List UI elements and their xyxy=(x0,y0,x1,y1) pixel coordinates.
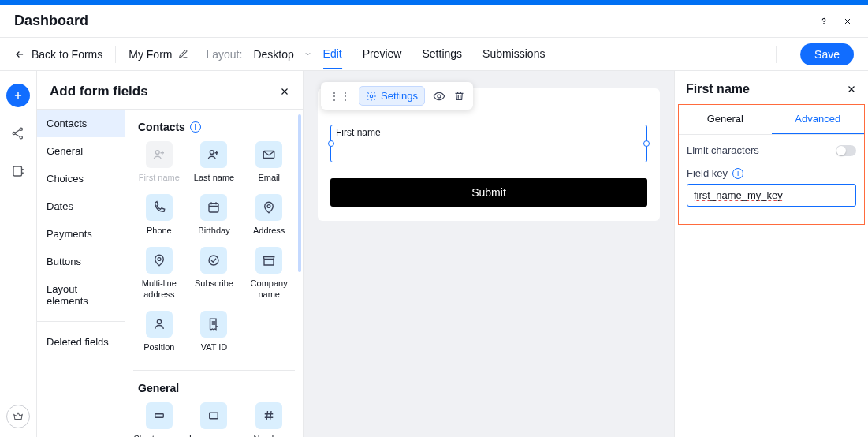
field-email[interactable]: Email xyxy=(243,141,295,183)
svg-point-5 xyxy=(155,151,159,155)
form-field-firstname[interactable]: First name xyxy=(330,125,647,162)
field-multiline-address[interactable]: Multi-line address xyxy=(133,247,185,299)
person-plus-icon xyxy=(146,141,173,168)
field-first-name: First name xyxy=(133,141,185,183)
category-choices[interactable]: Choices xyxy=(37,165,125,192)
field-birthday[interactable]: Birthday xyxy=(188,194,240,236)
field-label: Company name xyxy=(243,278,295,299)
field-short-answer[interactable]: Short answer xyxy=(133,402,185,437)
layout-value[interactable]: Desktop xyxy=(253,48,293,61)
field-label: Birthday xyxy=(198,226,229,236)
phone-icon xyxy=(146,194,173,221)
limit-characters-label: Limit characters xyxy=(687,144,759,156)
fieldkey-input[interactable] xyxy=(687,184,856,207)
field-long-answer[interactable]: Long answer xyxy=(188,402,240,437)
back-to-forms[interactable]: Back to Forms xyxy=(14,48,102,61)
svg-point-2 xyxy=(13,132,15,134)
fieldkey-label: Field key xyxy=(687,167,728,179)
field-label: Subscribe xyxy=(195,278,233,289)
form-name: My Form xyxy=(129,48,172,61)
svg-rect-14 xyxy=(210,413,218,419)
field-last-name[interactable]: Last name xyxy=(188,141,240,183)
field-label: Last name xyxy=(194,173,234,183)
resize-handle-right[interactable] xyxy=(643,140,650,147)
add-element-button[interactable] xyxy=(6,84,30,107)
side-rail xyxy=(0,71,36,437)
field-vatid[interactable]: VAT ID xyxy=(188,311,240,353)
chevron-down-icon[interactable] xyxy=(304,50,312,58)
person-plus-icon xyxy=(200,141,227,168)
resize-handle-left[interactable] xyxy=(328,140,334,147)
svg-rect-4 xyxy=(13,166,22,176)
person-icon xyxy=(146,311,173,338)
back-label: Back to Forms xyxy=(32,48,102,61)
connections-icon[interactable] xyxy=(6,121,30,145)
tab-preview[interactable]: Preview xyxy=(363,39,402,69)
field-settings-button[interactable]: Settings xyxy=(359,86,425,106)
page-title: Dashboard xyxy=(14,13,88,29)
field-address[interactable]: Address xyxy=(243,194,295,236)
category-payments[interactable]: Payments xyxy=(37,220,125,248)
save-button[interactable]: Save xyxy=(800,43,854,65)
field-subscribe[interactable]: Subscribe xyxy=(188,247,240,299)
tab-advanced[interactable]: Advanced xyxy=(772,105,865,134)
category-list: Contacts General Choices Dates Payments … xyxy=(37,110,125,437)
field-label: Email xyxy=(258,173,280,183)
svg-point-6 xyxy=(210,151,214,155)
hash-icon xyxy=(255,402,282,429)
svg-point-12 xyxy=(157,319,161,323)
long-text-icon xyxy=(200,402,227,429)
close-icon[interactable] xyxy=(841,15,854,28)
category-buttons[interactable]: Buttons xyxy=(37,248,125,275)
scrollbar[interactable] xyxy=(298,114,301,272)
field-label: Multi-line address xyxy=(133,278,185,299)
field-label: Long answer xyxy=(189,434,239,437)
info-icon[interactable]: i xyxy=(190,121,201,133)
help-icon[interactable] xyxy=(818,15,830,28)
automation-icon[interactable] xyxy=(6,159,30,183)
tab-general[interactable]: General xyxy=(679,105,772,134)
svg-point-9 xyxy=(267,205,270,208)
field-company[interactable]: Company name xyxy=(243,247,295,299)
svg-point-0 xyxy=(824,23,825,24)
check-circle-icon xyxy=(200,247,227,274)
field-toolbar: ⋮⋮ Settings xyxy=(321,82,473,110)
receipt-icon xyxy=(200,311,227,338)
field-label: Short answer xyxy=(133,434,184,437)
tab-edit[interactable]: Edit xyxy=(323,39,342,69)
pin-icon xyxy=(255,194,282,221)
field-label: Number xyxy=(254,434,285,437)
category-dates[interactable]: Dates xyxy=(37,192,125,220)
rename-icon[interactable] xyxy=(178,49,188,59)
calendar-icon xyxy=(200,194,227,221)
form-canvas: ⋮⋮ Settings First name Submit xyxy=(304,71,674,437)
limit-characters-toggle[interactable] xyxy=(836,145,856,156)
close-properties-icon[interactable] xyxy=(846,84,857,95)
close-panel-icon[interactable] xyxy=(279,86,290,97)
svg-point-3 xyxy=(20,136,22,139)
preview-icon[interactable] xyxy=(433,90,445,103)
settings-label: Settings xyxy=(381,90,418,102)
delete-icon[interactable] xyxy=(453,90,465,102)
field-label: Position xyxy=(143,342,174,353)
field-position[interactable]: Position xyxy=(133,311,185,353)
svg-point-11 xyxy=(209,256,218,265)
drag-handle-icon[interactable]: ⋮⋮ xyxy=(329,90,351,103)
envelope-icon xyxy=(255,141,282,168)
submit-button[interactable]: Submit xyxy=(330,178,647,207)
category-layout[interactable]: Layout elements xyxy=(37,275,125,315)
field-phone[interactable]: Phone xyxy=(133,194,185,236)
upgrade-icon[interactable] xyxy=(6,405,30,428)
field-label: VAT ID xyxy=(201,342,228,353)
category-general[interactable]: General xyxy=(37,137,125,165)
field-number[interactable]: Number xyxy=(243,402,295,437)
svg-point-16 xyxy=(438,95,441,98)
field-input[interactable] xyxy=(336,138,642,155)
tab-submissions[interactable]: Submissions xyxy=(482,39,545,69)
category-contacts[interactable]: Contacts xyxy=(37,110,125,137)
info-icon[interactable]: i xyxy=(732,168,743,179)
svg-point-15 xyxy=(370,95,373,98)
svg-rect-13 xyxy=(155,414,164,418)
tab-settings[interactable]: Settings xyxy=(422,39,462,69)
category-deleted[interactable]: Deleted fields xyxy=(37,328,125,356)
